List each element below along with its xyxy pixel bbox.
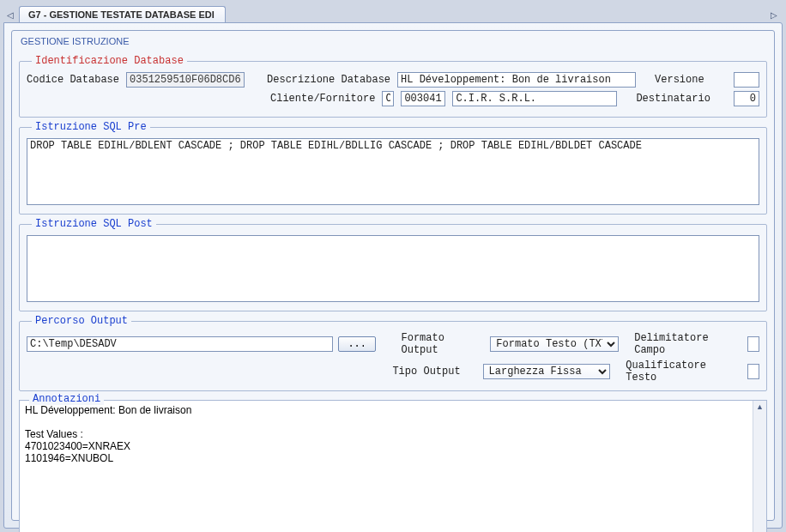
group-identificazione: Identificazione Database Codice Database… xyxy=(19,55,767,118)
sql-pre-textarea[interactable]: DROP TABLE EDIHL/BDLENT CASCADE ; DROP T… xyxy=(27,138,759,205)
scroll-up-icon[interactable]: ▲ xyxy=(756,402,764,411)
destinatario-label: Destinatario xyxy=(636,93,710,105)
group-identificazione-legend: Identificazione Database xyxy=(32,55,187,67)
cliente-fornitore-name-field[interactable] xyxy=(452,91,617,106)
group-annotazioni-legend: Annotazioni xyxy=(29,393,104,405)
sql-post-textarea[interactable] xyxy=(27,235,759,302)
annotazioni-scrollbar[interactable]: ▲ xyxy=(753,401,766,532)
group-sql-pre: Istruzione SQL Pre DROP TABLE EDIHL/BDLE… xyxy=(19,121,767,215)
codice-database-label: Codice Database xyxy=(27,74,119,86)
percorso-output-field[interactable] xyxy=(27,336,333,352)
browse-path-button[interactable]: ... xyxy=(338,336,376,352)
qualificatore-testo-label: Qualificatore Testo xyxy=(626,360,742,384)
destinatario-field[interactable] xyxy=(734,91,759,106)
versione-label: Versione xyxy=(655,74,704,86)
group-sql-post: Istruzione SQL Post xyxy=(19,218,767,311)
group-percorso-output-legend: Percorso Output xyxy=(32,315,131,327)
tipo-output-label: Tipo Output xyxy=(392,366,477,378)
tab-scroll-right-icon[interactable]: ▷ xyxy=(767,10,781,22)
cliente-fornitore-label: Cliente/Fornitore xyxy=(270,93,375,105)
formato-output-label: Formato Output xyxy=(402,332,486,356)
active-tab[interactable]: G7 - GESTIONE TESTATE DATABASE EDI xyxy=(19,6,226,22)
group-annotazioni: Annotazioni HL Développement: Bon de liv… xyxy=(19,400,767,532)
descrizione-database-label: Descrizione Database xyxy=(267,74,390,86)
versione-field[interactable] xyxy=(734,72,759,88)
inner-panel: GESTIONE ISTRUZIONE Identificazione Data… xyxy=(11,30,775,521)
group-sql-post-legend: Istruzione SQL Post xyxy=(32,218,156,230)
descrizione-database-field[interactable] xyxy=(397,72,636,88)
group-percorso-output: Percorso Output ... Formato Output Forma… xyxy=(19,315,767,391)
panel-title: GESTIONE ISTRUZIONE xyxy=(19,34,767,51)
cliente-fornitore-code-field[interactable] xyxy=(401,91,445,106)
group-sql-pre-legend: Istruzione SQL Pre xyxy=(32,121,150,133)
tab-scroll-left-icon[interactable]: ◁ xyxy=(3,10,17,22)
delimitatore-campo-field[interactable] xyxy=(747,336,759,352)
cliente-fornitore-type-field[interactable] xyxy=(382,91,394,106)
delimitatore-campo-label: Delimitatore Campo xyxy=(634,332,742,356)
formato-output-select[interactable]: Formato Testo (TXT) xyxy=(490,336,619,352)
main-panel: GESTIONE ISTRUZIONE Identificazione Data… xyxy=(3,22,783,529)
tipo-output-select[interactable]: Larghezza Fissa xyxy=(483,364,611,379)
annotazioni-textarea[interactable]: HL Développement: Bon de livraison Test … xyxy=(20,401,753,532)
codice-database-field xyxy=(126,72,245,88)
qualificatore-testo-field[interactable] xyxy=(747,364,759,379)
